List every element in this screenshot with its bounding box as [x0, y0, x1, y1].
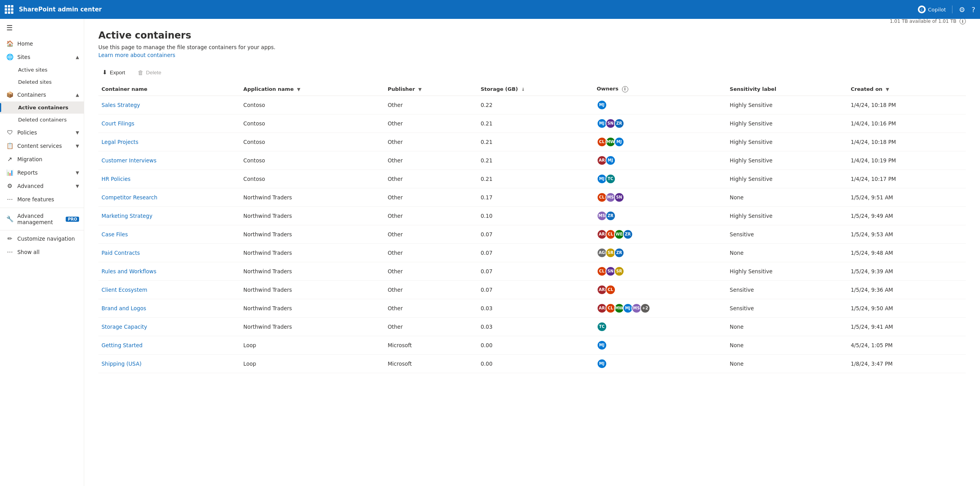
avatar[interactable]: MJ: [605, 155, 616, 166]
cell-container-name: Sales Strategy: [98, 96, 240, 114]
avatar[interactable]: ZR: [614, 118, 624, 129]
avatar[interactable]: ZR: [605, 211, 616, 221]
col-name[interactable]: Container name: [98, 83, 240, 96]
sidebar-item-home[interactable]: 🏠 Home: [0, 37, 84, 50]
cell-publisher: Other: [384, 133, 477, 151]
cell-sensitivity: Highly Sensitive: [727, 114, 848, 133]
avatar[interactable]: TC: [605, 174, 616, 184]
learn-more-link[interactable]: Learn more about containers: [98, 52, 175, 58]
cell-container-name: Court Filings: [98, 114, 240, 133]
sidebar-item-label: Deleted containers: [18, 117, 66, 123]
col-storage[interactable]: Storage (GB) ↓: [478, 83, 594, 96]
cell-publisher: Other: [384, 317, 477, 336]
sidebar-item-label: Deleted sites: [18, 79, 52, 85]
container-name-link[interactable]: Paid Contracts: [102, 250, 140, 256]
cell-owners: MSZR: [594, 206, 727, 225]
toolbar: ⬇ Export 🗑 Delete: [98, 67, 966, 78]
sidebar-item-label: Advanced: [17, 183, 44, 189]
table-row: Sales StrategyContosoOther0.22MJHighly S…: [98, 96, 966, 114]
sidebar-item-sites[interactable]: 🌐 Sites ▲: [0, 50, 84, 64]
main-content: Active containers Use this page to manag…: [84, 19, 980, 486]
container-name-link[interactable]: Sales Strategy: [102, 102, 140, 108]
avatar[interactable]: SR: [614, 266, 624, 276]
sidebar-item-label: Advanced management: [17, 213, 60, 225]
container-name-link[interactable]: Rules and Workflows: [102, 268, 156, 274]
copilot-button[interactable]: C Copilot: [918, 6, 953, 13]
container-name-link[interactable]: Customer Interviews: [102, 157, 157, 164]
sidebar-item-content-services[interactable]: 📋 Content services ▼: [0, 139, 84, 153]
sidebar-item-customize-navigation[interactable]: ✏ Customize navigation: [0, 232, 84, 245]
sidebar-item-active-containers[interactable]: Active containers: [0, 101, 84, 114]
container-name-link[interactable]: Marketing Strategy: [102, 213, 152, 219]
avatar[interactable]: MJ: [614, 137, 624, 147]
avatar[interactable]: SN: [614, 192, 624, 202]
col-app[interactable]: Application name ▼: [240, 83, 385, 96]
sidebar-item-more-features[interactable]: ⋯ More features: [0, 193, 84, 206]
delete-button[interactable]: 🗑 Delete: [134, 67, 165, 78]
avatar[interactable]: ZR: [614, 248, 624, 258]
cell-sensitivity: None: [727, 336, 848, 354]
container-name-link[interactable]: Shipping (USA): [102, 361, 142, 367]
help-icon[interactable]: ?: [971, 6, 975, 14]
page-title: Active containers: [98, 30, 275, 41]
avatar-overflow[interactable]: +2: [640, 303, 650, 313]
avatar[interactable]: MJ: [597, 100, 607, 110]
avatar[interactable]: MJ: [597, 359, 607, 369]
settings-icon[interactable]: ⚙: [959, 6, 965, 14]
delete-icon: 🗑: [138, 69, 144, 76]
cell-app-name: Northwind Traders: [240, 280, 385, 299]
info-icon[interactable]: i: [960, 19, 966, 24]
export-button[interactable]: ⬇ Export: [98, 67, 129, 78]
container-name-link[interactable]: Getting Started: [102, 342, 142, 348]
avatar[interactable]: TC: [597, 322, 607, 332]
sidebar-item-label: Home: [17, 40, 33, 47]
sidebar-item-deleted-sites[interactable]: Deleted sites: [0, 76, 84, 88]
cell-storage: 0.07: [478, 280, 594, 299]
cell-app-name: Loop: [240, 354, 385, 373]
cell-created: 1/4/24, 10:18 PM: [847, 96, 966, 114]
container-name-link[interactable]: Case Files: [102, 231, 128, 237]
container-name-link[interactable]: Competitor Research: [102, 194, 157, 201]
cell-container-name: Shipping (USA): [98, 354, 240, 373]
table-row: Getting StartedLoopMicrosoft0.00MJNone4/…: [98, 336, 966, 354]
cell-publisher: Microsoft: [384, 336, 477, 354]
table-row: Client EcosystemNorthwind TradersOther0.…: [98, 280, 966, 299]
sidebar-item-advanced[interactable]: ⚙ Advanced ▼: [0, 179, 84, 193]
container-name-link[interactable]: Brand and Logos: [102, 305, 146, 311]
sidebar-item-policies[interactable]: 🛡 Policies ▼: [0, 126, 84, 139]
cell-app-name: Northwind Traders: [240, 317, 385, 336]
cell-storage: 0.03: [478, 317, 594, 336]
container-name-link[interactable]: Court Filings: [102, 120, 135, 127]
app-grid-icon[interactable]: [5, 5, 13, 14]
container-name-link[interactable]: HR Policies: [102, 176, 131, 182]
sidebar-item-containers[interactable]: 📦 Containers ▲: [0, 88, 84, 101]
owner-avatars: MJTC: [597, 174, 722, 184]
sidebar-item-reports[interactable]: 📊 Reports ▼: [0, 166, 84, 179]
migration-icon: ↗: [6, 156, 13, 163]
cell-created: 1/4/24, 10:16 PM: [847, 114, 966, 133]
owners-info-icon[interactable]: i: [622, 86, 628, 92]
container-name-link[interactable]: Storage Capacity: [102, 324, 147, 330]
table-row: Brand and LogosNorthwind TradersOther0.0…: [98, 299, 966, 317]
owner-avatars: TC: [597, 322, 722, 332]
sidebar-item-migration[interactable]: ↗ Migration: [0, 153, 84, 166]
page-learn-more: Learn more about containers: [98, 52, 275, 58]
sidebar-item-deleted-containers[interactable]: Deleted containers: [0, 114, 84, 126]
avatar[interactable]: CL: [605, 285, 616, 295]
customize-nav-icon: ✏: [6, 235, 13, 242]
sidebar-item-show-all[interactable]: ⋯ Show all: [0, 245, 84, 259]
col-owners[interactable]: Owners i: [594, 83, 727, 96]
sidebar-hamburger[interactable]: ☰: [0, 19, 84, 37]
table-header-row: Container name Application name ▼ Publis…: [98, 83, 966, 96]
cell-container-name: Customer Interviews: [98, 151, 240, 169]
col-created[interactable]: Created on ▼: [847, 83, 966, 96]
container-name-link[interactable]: Client Ecosystem: [102, 287, 147, 293]
sidebar-item-active-sites[interactable]: Active sites: [0, 64, 84, 76]
cell-container-name: Rules and Workflows: [98, 262, 240, 280]
col-publisher[interactable]: Publisher ▼: [384, 83, 477, 96]
cell-app-name: Contoso: [240, 169, 385, 188]
container-name-link[interactable]: Legal Projects: [102, 139, 138, 145]
avatar[interactable]: MJ: [597, 340, 607, 350]
sidebar-item-advanced-management[interactable]: 🔧 Advanced management PRO: [0, 210, 84, 228]
avatar[interactable]: ZR: [623, 229, 633, 239]
